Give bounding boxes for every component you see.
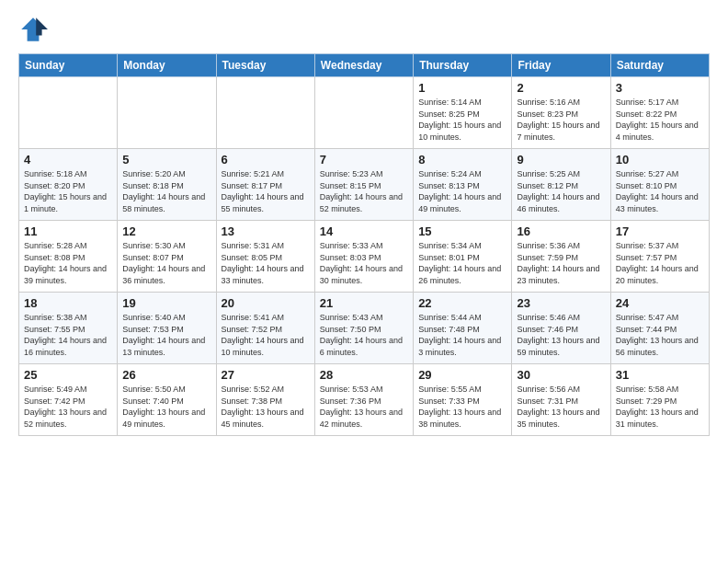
calendar-cell: 15Sunrise: 5:34 AM Sunset: 8:01 PM Dayli…	[414, 221, 512, 293]
cell-details: Sunrise: 5:14 AM Sunset: 8:25 PM Dayligh…	[418, 97, 506, 143]
cell-details: Sunrise: 5:58 AM Sunset: 7:29 PM Dayligh…	[616, 384, 704, 430]
calendar-cell: 13Sunrise: 5:31 AM Sunset: 8:05 PM Dayli…	[216, 221, 314, 293]
day-number: 22	[418, 296, 506, 310]
day-number: 4	[24, 153, 112, 167]
calendar-cell: 12Sunrise: 5:30 AM Sunset: 8:07 PM Dayli…	[118, 221, 216, 293]
day-header-thursday: Thursday	[414, 54, 512, 77]
cell-details: Sunrise: 5:20 AM Sunset: 8:18 PM Dayligh…	[122, 168, 210, 214]
day-header-saturday: Saturday	[610, 54, 709, 77]
calendar-cell: 30Sunrise: 5:56 AM Sunset: 7:31 PM Dayli…	[512, 364, 610, 436]
day-header-monday: Monday	[118, 54, 216, 77]
cell-details: Sunrise: 5:44 AM Sunset: 7:48 PM Dayligh…	[418, 312, 506, 358]
day-number: 29	[418, 368, 506, 382]
calendar-cell: 27Sunrise: 5:52 AM Sunset: 7:38 PM Dayli…	[216, 364, 314, 436]
calendar-cell: 8Sunrise: 5:24 AM Sunset: 8:13 PM Daylig…	[414, 149, 512, 221]
day-number: 21	[320, 296, 408, 310]
cell-details: Sunrise: 5:25 AM Sunset: 8:12 PM Dayligh…	[517, 168, 605, 214]
day-number: 18	[24, 296, 112, 310]
day-number: 25	[24, 368, 112, 382]
day-number: 6	[222, 153, 310, 167]
cell-details: Sunrise: 5:46 AM Sunset: 7:46 PM Dayligh…	[517, 312, 605, 358]
calendar-cell: 23Sunrise: 5:46 AM Sunset: 7:46 PM Dayli…	[512, 293, 610, 364]
calendar-cell: 14Sunrise: 5:33 AM Sunset: 8:03 PM Dayli…	[314, 221, 413, 293]
calendar-cell: 18Sunrise: 5:38 AM Sunset: 7:55 PM Dayli…	[19, 293, 118, 364]
day-number: 15	[418, 224, 506, 238]
calendar-cell	[19, 77, 118, 149]
day-number: 24	[616, 296, 704, 310]
calendar-cell: 20Sunrise: 5:41 AM Sunset: 7:52 PM Dayli…	[216, 293, 314, 364]
cell-details: Sunrise: 5:52 AM Sunset: 7:38 PM Dayligh…	[222, 384, 310, 430]
day-number: 2	[517, 81, 605, 95]
calendar-cell: 29Sunrise: 5:55 AM Sunset: 7:33 PM Dayli…	[414, 364, 512, 436]
cell-details: Sunrise: 5:38 AM Sunset: 7:55 PM Dayligh…	[24, 312, 112, 358]
calendar-cell: 10Sunrise: 5:27 AM Sunset: 8:10 PM Dayli…	[610, 149, 709, 221]
day-number: 14	[320, 224, 408, 238]
calendar-cell: 16Sunrise: 5:36 AM Sunset: 7:59 PM Dayli…	[512, 221, 610, 293]
day-number: 17	[616, 224, 704, 238]
cell-details: Sunrise: 5:18 AM Sunset: 8:20 PM Dayligh…	[24, 168, 112, 214]
day-number: 7	[320, 153, 408, 167]
cell-details: Sunrise: 5:53 AM Sunset: 7:36 PM Dayligh…	[320, 384, 408, 430]
calendar-week-4: 18Sunrise: 5:38 AM Sunset: 7:55 PM Dayli…	[19, 293, 710, 364]
cell-details: Sunrise: 5:23 AM Sunset: 8:15 PM Dayligh…	[320, 168, 408, 214]
day-number: 31	[616, 368, 704, 382]
cell-details: Sunrise: 5:55 AM Sunset: 7:33 PM Dayligh…	[418, 384, 506, 430]
calendar-cell: 17Sunrise: 5:37 AM Sunset: 7:57 PM Dayli…	[610, 221, 709, 293]
cell-details: Sunrise: 5:36 AM Sunset: 7:59 PM Dayligh…	[517, 240, 605, 286]
day-number: 20	[222, 296, 310, 310]
calendar-cell: 24Sunrise: 5:47 AM Sunset: 7:44 PM Dayli…	[610, 293, 709, 364]
day-number: 10	[616, 153, 704, 167]
calendar-cell: 31Sunrise: 5:58 AM Sunset: 7:29 PM Dayli…	[610, 364, 709, 436]
calendar-cell: 19Sunrise: 5:40 AM Sunset: 7:53 PM Dayli…	[118, 293, 216, 364]
calendar-cell: 7Sunrise: 5:23 AM Sunset: 8:15 PM Daylig…	[314, 149, 413, 221]
cell-details: Sunrise: 5:47 AM Sunset: 7:44 PM Dayligh…	[616, 312, 704, 358]
calendar-cell: 9Sunrise: 5:25 AM Sunset: 8:12 PM Daylig…	[512, 149, 610, 221]
day-header-tuesday: Tuesday	[216, 54, 314, 77]
day-header-wednesday: Wednesday	[314, 54, 413, 77]
cell-details: Sunrise: 5:49 AM Sunset: 7:42 PM Dayligh…	[24, 384, 112, 430]
cell-details: Sunrise: 5:33 AM Sunset: 8:03 PM Dayligh…	[320, 240, 408, 286]
day-number: 8	[418, 153, 506, 167]
cell-details: Sunrise: 5:21 AM Sunset: 8:17 PM Dayligh…	[222, 168, 310, 214]
calendar-table: SundayMondayTuesdayWednesdayThursdayFrid…	[18, 53, 710, 436]
day-number: 12	[122, 224, 210, 238]
cell-details: Sunrise: 5:40 AM Sunset: 7:53 PM Dayligh…	[122, 312, 210, 358]
cell-details: Sunrise: 5:17 AM Sunset: 8:22 PM Dayligh…	[616, 97, 704, 143]
day-header-friday: Friday	[512, 54, 610, 77]
calendar-cell	[314, 77, 413, 149]
calendar-cell: 25Sunrise: 5:49 AM Sunset: 7:42 PM Dayli…	[19, 364, 118, 436]
day-number: 28	[320, 368, 408, 382]
cell-details: Sunrise: 5:27 AM Sunset: 8:10 PM Dayligh…	[616, 168, 704, 214]
day-number: 11	[24, 224, 112, 238]
cell-details: Sunrise: 5:16 AM Sunset: 8:23 PM Dayligh…	[517, 97, 605, 143]
day-number: 30	[517, 368, 605, 382]
calendar-cell: 2Sunrise: 5:16 AM Sunset: 8:23 PM Daylig…	[512, 77, 610, 149]
calendar-cell: 21Sunrise: 5:43 AM Sunset: 7:50 PM Dayli…	[314, 293, 413, 364]
day-number: 23	[517, 296, 605, 310]
calendar-week-2: 4Sunrise: 5:18 AM Sunset: 8:20 PM Daylig…	[19, 149, 710, 221]
logo-icon	[18, 15, 48, 44]
calendar-cell	[118, 77, 216, 149]
calendar-cell: 26Sunrise: 5:50 AM Sunset: 7:40 PM Dayli…	[118, 364, 216, 436]
day-number: 3	[616, 81, 704, 95]
calendar-cell: 1Sunrise: 5:14 AM Sunset: 8:25 PM Daylig…	[414, 77, 512, 149]
cell-details: Sunrise: 5:37 AM Sunset: 7:57 PM Dayligh…	[616, 240, 704, 286]
logo	[18, 15, 51, 44]
cell-details: Sunrise: 5:28 AM Sunset: 8:08 PM Dayligh…	[24, 240, 112, 286]
cell-details: Sunrise: 5:41 AM Sunset: 7:52 PM Dayligh…	[222, 312, 310, 358]
calendar-cell: 22Sunrise: 5:44 AM Sunset: 7:48 PM Dayli…	[414, 293, 512, 364]
calendar-cell: 6Sunrise: 5:21 AM Sunset: 8:17 PM Daylig…	[216, 149, 314, 221]
calendar-cell: 28Sunrise: 5:53 AM Sunset: 7:36 PM Dayli…	[314, 364, 413, 436]
calendar-header-row: SundayMondayTuesdayWednesdayThursdayFrid…	[19, 54, 710, 77]
day-header-sunday: Sunday	[19, 54, 118, 77]
cell-details: Sunrise: 5:56 AM Sunset: 7:31 PM Dayligh…	[517, 384, 605, 430]
calendar-cell	[216, 77, 314, 149]
calendar-week-1: 1Sunrise: 5:14 AM Sunset: 8:25 PM Daylig…	[19, 77, 710, 149]
calendar-cell: 5Sunrise: 5:20 AM Sunset: 8:18 PM Daylig…	[118, 149, 216, 221]
calendar-cell: 4Sunrise: 5:18 AM Sunset: 8:20 PM Daylig…	[19, 149, 118, 221]
day-number: 16	[517, 224, 605, 238]
day-number: 19	[122, 296, 210, 310]
cell-details: Sunrise: 5:34 AM Sunset: 8:01 PM Dayligh…	[418, 240, 506, 286]
day-number: 1	[418, 81, 506, 95]
calendar-week-3: 11Sunrise: 5:28 AM Sunset: 8:08 PM Dayli…	[19, 221, 710, 293]
